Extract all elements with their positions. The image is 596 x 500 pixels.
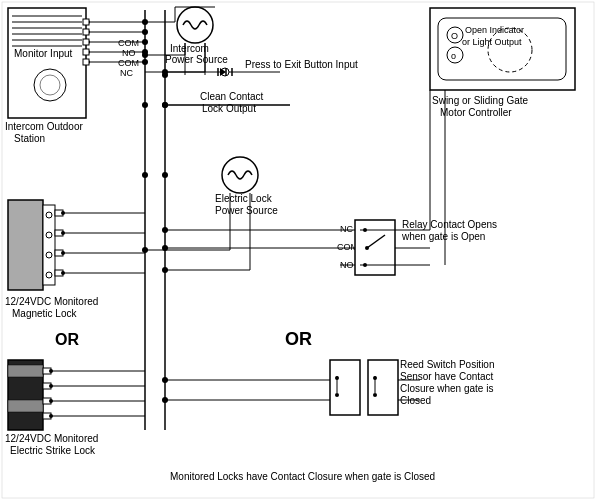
- svg-rect-23: [83, 39, 89, 45]
- svg-text:Motor Controller: Motor Controller: [440, 107, 512, 118]
- svg-point-151: [142, 59, 148, 65]
- wiring-diagram: Monitor Input Intercom Outdoor Station I…: [0, 0, 596, 500]
- svg-rect-77: [8, 400, 43, 412]
- svg-rect-24: [83, 49, 89, 55]
- svg-rect-22: [83, 29, 89, 35]
- svg-text:Monitor Input: Monitor Input: [14, 48, 73, 59]
- svg-point-59: [46, 272, 52, 278]
- svg-rect-54: [8, 200, 43, 290]
- svg-text:12/24VDC Monitored: 12/24VDC Monitored: [5, 296, 98, 307]
- svg-text:Station: Station: [14, 133, 45, 144]
- svg-rect-1: [8, 8, 86, 118]
- svg-rect-129: [368, 360, 398, 415]
- svg-point-111: [363, 228, 367, 232]
- svg-point-153: [142, 102, 148, 108]
- svg-point-68: [61, 211, 65, 215]
- svg-text:o: o: [451, 51, 456, 61]
- svg-text:Intercom: Intercom: [170, 43, 209, 54]
- svg-point-173: [162, 267, 168, 273]
- svg-point-131: [335, 393, 339, 397]
- svg-text:NC: NC: [340, 224, 353, 234]
- svg-text:NO: NO: [122, 48, 136, 58]
- svg-point-161: [162, 69, 168, 75]
- svg-rect-25: [83, 59, 89, 65]
- svg-rect-21: [83, 19, 89, 25]
- svg-point-69: [61, 231, 65, 235]
- svg-point-88: [49, 399, 53, 403]
- svg-text:Clean Contact: Clean Contact: [200, 91, 264, 102]
- svg-text:Intercom Outdoor: Intercom Outdoor: [5, 121, 83, 132]
- svg-point-56: [46, 212, 52, 218]
- svg-text:Power Source: Power Source: [215, 205, 278, 216]
- svg-point-71: [61, 271, 65, 275]
- svg-point-175: [162, 102, 168, 108]
- svg-text:12/24VDC Monitored: 12/24VDC Monitored: [5, 433, 98, 444]
- svg-point-134: [373, 393, 377, 397]
- svg-rect-128: [330, 360, 360, 415]
- svg-text:Magnetic Lock: Magnetic Lock: [12, 308, 77, 319]
- svg-point-154: [142, 172, 148, 178]
- svg-text:Sensor have Contact: Sensor have Contact: [400, 371, 494, 382]
- svg-text:Press to Exit Button Input: Press to Exit Button Input: [245, 59, 358, 70]
- svg-point-9: [40, 75, 60, 95]
- svg-point-124: [162, 227, 168, 233]
- svg-point-89: [49, 414, 53, 418]
- svg-text:Relay Contact Opens: Relay Contact Opens: [402, 219, 497, 230]
- svg-rect-106: [355, 220, 395, 275]
- svg-point-170: [142, 247, 148, 253]
- svg-text:O: O: [451, 31, 458, 41]
- svg-point-113: [365, 246, 369, 250]
- svg-text:OR: OR: [285, 329, 312, 349]
- svg-point-115: [363, 263, 367, 267]
- svg-text:Swing or Sliding Gate: Swing or Sliding Gate: [432, 95, 529, 106]
- svg-text:when gate is Open: when gate is Open: [401, 231, 485, 242]
- svg-text:Closure when gate is: Closure when gate is: [400, 383, 493, 394]
- svg-text:Closed: Closed: [400, 395, 431, 406]
- svg-rect-76: [8, 365, 43, 377]
- svg-point-155: [162, 172, 168, 178]
- svg-text:NC: NC: [120, 68, 133, 78]
- svg-point-86: [49, 369, 53, 373]
- svg-point-149: [142, 39, 148, 45]
- svg-text:Reed Switch Position: Reed Switch Position: [400, 359, 495, 370]
- svg-text:Electric Lock: Electric Lock: [215, 193, 273, 204]
- svg-point-160: [142, 52, 148, 58]
- svg-text:COM: COM: [118, 58, 139, 68]
- svg-point-58: [46, 252, 52, 258]
- svg-text:Power Source: Power Source: [165, 54, 228, 65]
- svg-point-148: [142, 29, 148, 35]
- svg-text:COM: COM: [118, 38, 139, 48]
- svg-text:or Light Output: or Light Output: [462, 37, 522, 47]
- svg-point-70: [61, 251, 65, 255]
- svg-point-49: [222, 157, 258, 193]
- svg-text:OR: OR: [55, 331, 79, 348]
- svg-point-57: [46, 232, 52, 238]
- svg-text:Electric Strike Lock: Electric Strike Lock: [10, 445, 96, 456]
- svg-text:Open Indicator: Open Indicator: [465, 25, 524, 35]
- svg-text:Monitored Locks have Contact C: Monitored Locks have Contact Closure whe…: [170, 471, 435, 482]
- svg-point-28: [177, 7, 213, 43]
- svg-point-87: [49, 384, 53, 388]
